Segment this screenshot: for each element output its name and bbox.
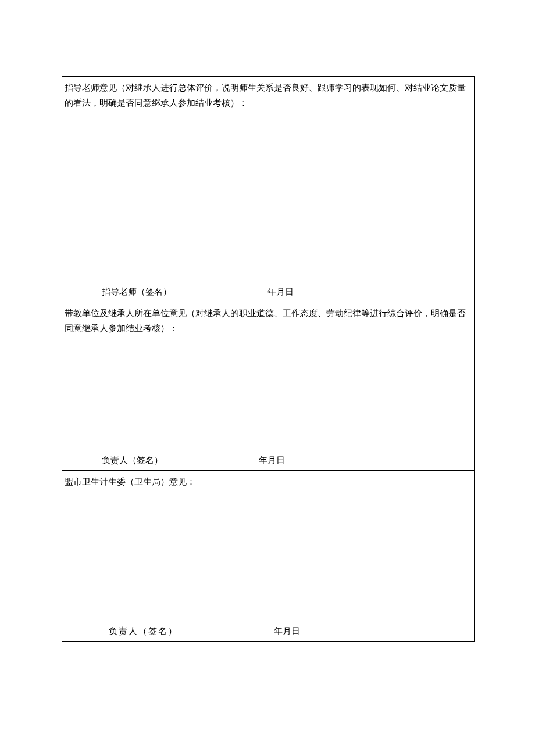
unit-opinion-cell: 带教单位及继承人所在单位意见（对继承人的职业道德、工作态度、劳动纪律等进行综合评… <box>62 302 475 471</box>
unit-date-label: 年月日 <box>259 453 285 468</box>
instructor-date-label: 年月日 <box>268 284 294 299</box>
bureau-signature-line: 负责人（签名） 年月日 <box>62 624 474 639</box>
instructor-opinion-heading: 指导老师意见（对继承人进行总体评价，说明师生关系是否良好、跟师学习的表现如何、对… <box>65 80 472 111</box>
unit-signer-label: 负责人（签名） <box>102 453 163 468</box>
instructor-signature-line: 指导老师（签名） 年月日 <box>62 284 474 299</box>
instructor-opinion-cell: 指导老师意见（对继承人进行总体评价，说明师生关系是否良好、跟师学习的表现如何、对… <box>62 77 475 302</box>
bureau-opinion-cell: 盟市卫生计生委（卫生局）意见： 负责人（签名） 年月日 <box>62 471 475 642</box>
evaluation-form-table: 指导老师意见（对继承人进行总体评价，说明师生关系是否良好、跟师学习的表现如何、对… <box>62 76 475 642</box>
unit-signature-line: 负责人（签名） 年月日 <box>62 453 474 468</box>
bureau-signer-label: 负责人（签名） <box>109 624 178 639</box>
bureau-opinion-heading: 盟市卫生计生委（卫生局）意见： <box>65 474 472 489</box>
bureau-date-label: 年月日 <box>274 624 300 639</box>
instructor-signer-label: 指导老师（签名） <box>102 284 172 299</box>
unit-opinion-heading: 带教单位及继承人所在单位意见（对继承人的职业道德、工作态度、劳动纪律等进行综合评… <box>65 306 472 336</box>
